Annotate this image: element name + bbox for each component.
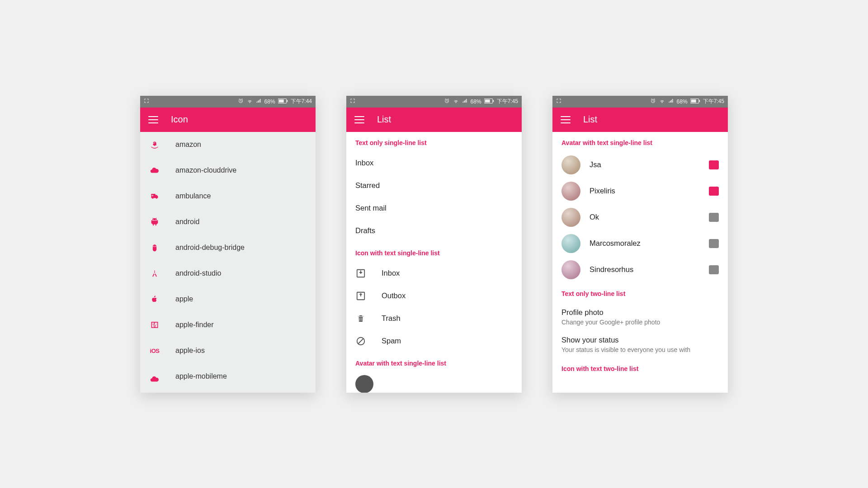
app-bar: List [552,108,728,132]
expand-icon [144,98,149,105]
phone-screen-list-1: 68% 下午7:45 List Text only single-line li… [346,96,522,393]
list-item[interactable]: Drafts [346,220,522,242]
list-item-label: Inbox [382,269,400,277]
list-item-label: Sindresorhus [590,265,700,274]
section-header: Text only two-line list [552,283,728,303]
list-item[interactable]: Sindresorhus [552,257,728,283]
list-item[interactable]: Ok [552,204,728,230]
svg-rect-2 [287,99,288,102]
section-header: Avatar with text single-line list [552,132,728,152]
list-item-label: Pixeliris [590,187,700,195]
list-item[interactable]: Inbox [346,262,522,285]
list-item-label: Trash [382,314,401,323]
chat-icon[interactable] [709,213,719,222]
page-title: List [583,114,597,125]
battery-icon [484,99,494,105]
app-bar: Icon [140,108,316,132]
list-item-label: apple-ios [175,347,205,355]
list-item[interactable]: amazon-clouddrive [140,158,316,183]
list-item[interactable]: apple-mobileme [140,364,316,382]
list-item[interactable]: android-studio [140,261,316,286]
list-item[interactable]: iOS apple-ios [140,338,316,364]
alarm-icon [238,98,244,105]
list-item[interactable]: Trash [346,307,522,330]
list-item[interactable]: Sent mail [346,197,522,220]
chat-icon[interactable] [709,187,719,196]
list-item[interactable]: Spam [346,330,522,352]
phone-screen-list-2: 68% 下午7:45 List Avatar with text single-… [552,96,728,393]
svg-line-9 [359,338,363,343]
status-bar: 68% 下午7:45 [346,96,522,108]
list-item-label: Marcosmoralez [590,239,700,248]
status-bar: 68% 下午7:44 [140,96,316,108]
list-item[interactable]: amazon [140,132,316,158]
list-item[interactable]: apple [140,286,316,312]
signal-icon [668,98,674,105]
list-item[interactable]: android-debug-bridge [140,235,316,261]
icon-list: amazon amazon-clouddrive ambulance andro… [140,132,316,393]
alarm-icon [650,98,656,105]
svg-rect-4 [485,99,490,103]
chat-icon[interactable] [709,265,719,274]
list-item-label: apple [175,295,193,303]
mobileme-icon [149,376,160,382]
section-header: Icon with text single-line list [346,242,522,262]
section-header: Text only single-line list [346,132,522,152]
avatar [561,182,580,201]
list-item[interactable]: Profile photo Change your Google+ profil… [552,303,728,330]
list-item-label: amazon [175,141,201,149]
android-icon [149,216,160,227]
list-item-secondary: Change your Google+ profile photo [561,319,719,326]
list-item[interactable]: Starred [346,174,522,197]
list-item-label: amazon-clouddrive [175,166,236,174]
cloud-icon [149,165,160,176]
avatar [561,155,580,174]
menu-icon[interactable] [148,116,158,123]
section-header: Icon with text two-line list [552,358,728,372]
list-item-label: android [175,218,199,226]
inbox-icon [355,268,366,279]
phone-screen-icon: 68% 下午7:44 Icon amazon amazon-clouddrive… [140,96,316,393]
android-studio-icon [149,268,160,279]
list-item[interactable]: android [140,209,316,235]
expand-icon [556,98,561,105]
list-content: Avatar with text single-line list JsaPix… [552,132,728,393]
list-item-label: android-studio [175,269,221,277]
wifi-icon [453,98,459,105]
list-item-label: android-debug-bridge [175,244,245,252]
outbox-icon [355,291,366,301]
alarm-icon [444,98,450,105]
list-item[interactable]: Inbox [346,152,522,174]
list-item[interactable]: Outbox [346,285,522,307]
finder-icon [149,319,160,330]
menu-icon[interactable] [561,116,571,123]
list-item[interactable]: Show your status Your status is visible … [552,330,728,358]
status-bar: 68% 下午7:45 [552,96,728,108]
ios-icon: iOS [149,345,160,356]
svg-rect-1 [278,99,283,103]
chat-icon[interactable] [709,160,719,169]
apple-icon [149,294,160,305]
list-item-secondary: Your status is visible to everyone you u… [561,346,719,353]
list-item[interactable]: apple-finder [140,312,316,338]
wifi-icon [659,98,665,105]
battery-percent: 68% [264,99,275,105]
list-item[interactable]: Pixeliris [552,178,728,204]
signal-icon [462,98,468,105]
list-item-label: Spam [382,337,401,345]
list-content: Text only single-line list Inbox Starred… [346,132,522,393]
chat-icon[interactable] [709,239,719,248]
list-item-primary: Show your status [561,336,719,344]
svg-rect-11 [691,99,696,103]
list-item[interactable]: Jsa [552,152,728,178]
svg-rect-12 [699,99,700,102]
page-title: Icon [171,114,188,125]
list-item[interactable]: Marcosmoralez [552,230,728,257]
page-title: List [377,114,391,125]
status-time: 下午7:44 [291,98,312,105]
list-item-label: ambulance [175,192,211,200]
list-item-label: Ok [590,213,700,221]
menu-icon[interactable] [354,116,364,123]
list-item[interactable]: ambulance [140,183,316,209]
battery-icon [278,99,288,105]
